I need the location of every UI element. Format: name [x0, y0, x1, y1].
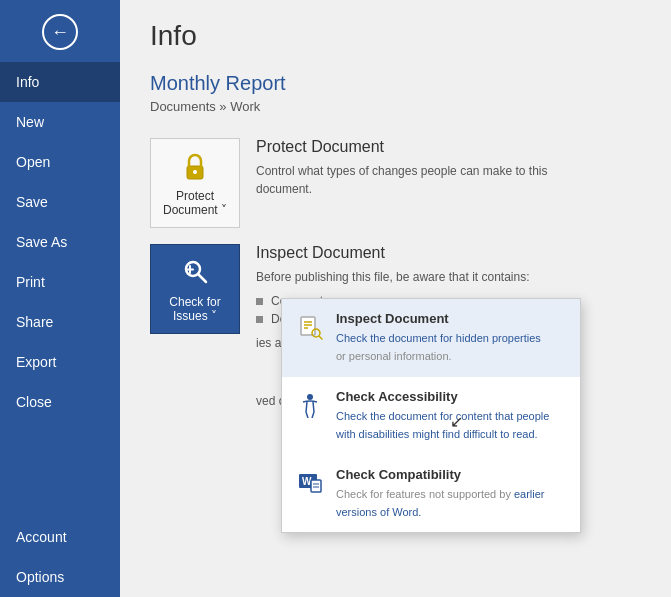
svg-line-11	[319, 336, 322, 339]
bullet-icon	[256, 316, 263, 323]
check-for-issues-dropdown: Inspect Document Check the document for …	[281, 298, 581, 533]
protect-document-card: ProtectDocument ˅ Protect Document Contr…	[150, 138, 641, 228]
document-title: Monthly Report	[150, 72, 641, 95]
inspect-document-dropdown-desc: Check the document for hidden properties…	[336, 332, 541, 362]
breadcrumb: Documents » Work	[150, 99, 641, 114]
protect-document-desc: Control what types of changes people can…	[256, 162, 576, 198]
sidebar-label-info: Info	[16, 74, 39, 90]
sidebar-item-close[interactable]: Close	[0, 382, 120, 422]
sidebar-item-print[interactable]: Print	[0, 262, 120, 302]
check-accessibility-dropdown-label: Check Accessibility	[336, 389, 549, 404]
sidebar-label-share: Share	[16, 314, 53, 330]
sidebar-item-info[interactable]: Info	[0, 62, 120, 102]
check-accessibility-dropdown-desc: Check the document for content that peop…	[336, 410, 549, 440]
check-for-issues-icon	[177, 255, 213, 291]
check-compatibility-icon: W	[296, 469, 324, 497]
dropdown-item-accessibility[interactable]: Check Accessibility Check the document f…	[282, 377, 580, 455]
check-compatibility-dropdown-text: Check Compatibility Check for features n…	[336, 467, 566, 521]
inspect-document-dropdown-text: Inspect Document Check the document for …	[336, 311, 541, 365]
sidebar-label-export: Export	[16, 354, 56, 370]
sidebar-item-account[interactable]: Account	[0, 517, 120, 557]
inspect-document-dropdown-label: Inspect Document	[336, 311, 541, 326]
protect-document-label: ProtectDocument ˅	[163, 189, 227, 218]
sidebar-item-save[interactable]: Save	[0, 182, 120, 222]
svg-rect-15	[311, 480, 321, 492]
check-for-issues-button[interactable]: Check forIssues ˅	[150, 244, 240, 334]
svg-line-3	[198, 274, 206, 282]
sidebar-label-account: Account	[16, 529, 67, 545]
sidebar-label-options: Options	[16, 569, 64, 585]
svg-point-1	[193, 170, 197, 174]
sidebar-label-close: Close	[16, 394, 52, 410]
inspect-document-dropdown-icon	[296, 313, 324, 341]
check-compatibility-dropdown-label: Check Compatibility	[336, 467, 566, 482]
check-accessibility-icon	[296, 391, 324, 419]
bullet-icon	[256, 298, 263, 305]
sidebar-label-new: New	[16, 114, 44, 130]
sidebar-label-open: Open	[16, 154, 50, 170]
check-for-issues-label: Check forIssues ˅	[169, 295, 220, 324]
inspect-document-title: Inspect Document	[256, 244, 530, 262]
sidebar-item-open[interactable]: Open	[0, 142, 120, 182]
check-compatibility-dropdown-desc: Check for features not supported by earl…	[336, 488, 545, 518]
check-accessibility-dropdown-text: Check Accessibility Check the document f…	[336, 389, 549, 443]
protect-document-icon	[177, 149, 213, 185]
sidebar-spacer	[0, 422, 120, 517]
dropdown-item-compatibility[interactable]: W Check Compatibility Check for features…	[282, 455, 580, 533]
back-button[interactable]: ←	[0, 0, 120, 62]
protect-document-text: Protect Document Control what types of c…	[256, 138, 576, 198]
sidebar-label-save: Save	[16, 194, 48, 210]
protect-document-title: Protect Document	[256, 138, 576, 156]
svg-point-12	[307, 394, 313, 400]
svg-rect-6	[301, 317, 315, 335]
sidebar-item-export[interactable]: Export	[0, 342, 120, 382]
back-circle-icon: ←	[42, 14, 78, 50]
sidebar-label-save-as: Save As	[16, 234, 67, 250]
sidebar-item-new[interactable]: New	[0, 102, 120, 142]
protect-document-button[interactable]: ProtectDocument ˅	[150, 138, 240, 228]
dropdown-item-inspect[interactable]: Inspect Document Check the document for …	[282, 299, 580, 377]
sidebar-label-print: Print	[16, 274, 45, 290]
page-title: Info	[150, 20, 641, 52]
sidebar: ← Info New Open Save Save As Print Share…	[0, 0, 120, 597]
main-content: Info Monthly Report Documents » Work Pro…	[120, 0, 671, 597]
sidebar-item-share[interactable]: Share	[0, 302, 120, 342]
sidebar-item-save-as[interactable]: Save As	[0, 222, 120, 262]
inspect-document-desc: Before publishing this file, be aware th…	[256, 268, 530, 286]
sidebar-item-options[interactable]: Options	[0, 557, 120, 597]
